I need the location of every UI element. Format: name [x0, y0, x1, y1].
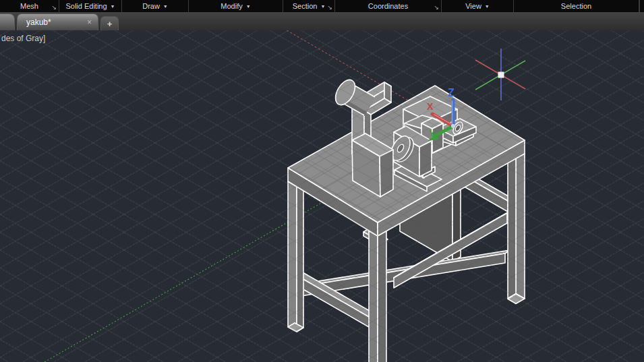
dialog-launcher-icon[interactable]: ↘ — [51, 5, 57, 11]
model-3d-table-machine: XYZ — [0, 28, 644, 362]
ribbon-panel-bar: Mesh↘Solid Editing▼Draw▼Modify▼Section▼↘… — [0, 0, 644, 12]
ribbon-panel-label: Solid Editing — [65, 2, 107, 10]
ribbon-panel-label: Modify — [221, 2, 242, 10]
ribbon-panel-draw[interactable]: Draw▼ — [122, 0, 189, 12]
chevron-down-icon[interactable]: ▼ — [246, 3, 251, 9]
ucs-y-label: Y — [429, 128, 436, 139]
dialog-launcher-icon[interactable]: ↘ — [434, 5, 439, 11]
ribbon-panel-label: View — [465, 2, 481, 10]
file-tab-partial[interactable] — [0, 13, 15, 30]
ribbon-filler — [639, 0, 644, 12]
file-tab-bar: yakub* × + — [0, 12, 644, 30]
ribbon-panel-selection[interactable]: Selection — [514, 0, 639, 12]
ribbon-panel-coordinates[interactable]: Coordinates↘ — [335, 0, 442, 12]
ribbon-panel-modify[interactable]: Modify▼ — [189, 0, 283, 12]
ribbon-panel-mesh[interactable]: Mesh↘ — [0, 0, 59, 12]
ribbon-panel-label: Selection — [561, 2, 591, 10]
visual-style-status-text: des of Gray] — [1, 34, 45, 43]
ribbon-panel-solid-editing[interactable]: Solid Editing▼ — [59, 0, 122, 12]
new-tab-button[interactable]: + — [100, 16, 119, 30]
file-tab-active[interactable]: yakub* × — [17, 13, 98, 30]
autocad-window: XYZ des of Gray] Mesh↘Solid Editing▼Draw… — [0, 0, 644, 362]
ribbon-panel-label: Draw — [142, 2, 160, 10]
chevron-down-icon[interactable]: ▼ — [111, 3, 115, 9]
ribbon-panel-section[interactable]: Section▼↘ — [283, 0, 335, 12]
grid-overlay — [0, 30, 644, 362]
ribbon-panel-label: Mesh — [20, 2, 38, 10]
close-tab-icon[interactable]: × — [87, 18, 92, 26]
ribbon-panel-label: Coordinates — [368, 2, 408, 10]
ucs-origin — [451, 124, 455, 128]
ribbon-panel-view[interactable]: View▼ — [442, 0, 514, 12]
dialog-launcher-icon[interactable]: ↘ — [327, 5, 332, 11]
chevron-down-icon[interactable]: ▼ — [163, 3, 168, 9]
ucs-x-label: X — [427, 101, 434, 112]
ucs-z-label: Z — [448, 87, 455, 98]
ribbon-panel-label: Section — [293, 2, 318, 10]
drawing-viewport[interactable]: XYZ — [0, 0, 644, 362]
file-tab-label: yakub* — [26, 18, 51, 27]
chevron-down-icon[interactable]: ▼ — [320, 3, 325, 9]
pickbox — [498, 72, 504, 78]
chevron-down-icon[interactable]: ▼ — [485, 3, 490, 9]
